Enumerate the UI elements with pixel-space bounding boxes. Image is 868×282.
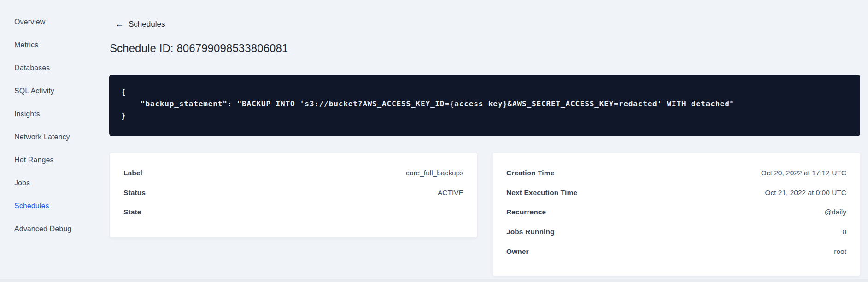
sidebar-nav: Overview Metrics Databases SQL Activity …: [14, 11, 93, 241]
schedule-timing-card: Creation Time Oct 20, 2022 at 17:12 UTC …: [492, 152, 861, 276]
code-line: "backup_statement": "BACKUP INTO 's3://b…: [121, 98, 848, 110]
detail-label: Status: [123, 189, 146, 197]
detail-value: core_full_backups: [406, 169, 463, 177]
sidebar-item-schedules[interactable]: Schedules: [14, 195, 93, 218]
sidebar-item-overview[interactable]: Overview: [14, 11, 93, 34]
detail-row-recurrence: Recurrence @daily: [506, 202, 846, 222]
schedule-status-card: Label core_full_backups Status ACTIVE St…: [109, 152, 478, 238]
code-line: {: [121, 86, 848, 98]
detail-label: Label: [123, 169, 142, 177]
detail-value: @daily: [824, 208, 846, 216]
back-link-label: Schedules: [129, 20, 165, 29]
sidebar-item-advanced-debug[interactable]: Advanced Debug: [14, 218, 93, 241]
detail-value: 0: [842, 228, 846, 236]
sidebar-item-hot-ranges[interactable]: Hot Ranges: [14, 149, 93, 172]
window-bottom-edge: [0, 279, 868, 282]
schedule-details-page: Overview Metrics Databases SQL Activity …: [0, 0, 868, 282]
detail-label: Next Execution Time: [506, 189, 577, 197]
detail-value: root: [834, 247, 846, 256]
detail-row-label: Label core_full_backups: [123, 163, 463, 183]
detail-label: Recurrence: [506, 208, 546, 216]
detail-cards: Label core_full_backups Status ACTIVE St…: [109, 152, 861, 276]
back-arrow-icon: ←: [115, 20, 123, 28]
detail-value: ACTIVE: [438, 189, 463, 197]
code-line: }: [121, 110, 848, 122]
page-title: Schedule ID: 806799098533806081: [110, 42, 288, 55]
sidebar-item-metrics[interactable]: Metrics: [14, 34, 93, 57]
detail-label: Creation Time: [506, 169, 554, 177]
detail-value: Oct 20, 2022 at 17:12 UTC: [761, 169, 846, 177]
detail-row-next-execution-time: Next Execution Time Oct 21, 2022 at 0:00…: [506, 183, 846, 203]
sidebar-item-insights[interactable]: Insights: [14, 103, 93, 126]
back-to-schedules-link[interactable]: ← Schedules: [115, 20, 165, 29]
detail-row-state: State: [123, 202, 463, 222]
main-content: ← Schedules Schedule ID: 806799098533806…: [109, 0, 861, 282]
detail-row-jobs-running: Jobs Running 0: [506, 222, 846, 242]
schedule-definition-code-block: { "backup_statement": "BACKUP INTO 's3:/…: [109, 75, 860, 136]
detail-label: State: [123, 208, 141, 216]
detail-row-owner: Owner root: [506, 242, 846, 261]
sidebar-item-databases[interactable]: Databases: [14, 57, 93, 80]
sidebar-item-network-latency[interactable]: Network Latency: [14, 126, 93, 149]
sidebar-item-sql-activity[interactable]: SQL Activity: [14, 80, 93, 103]
detail-row-status: Status ACTIVE: [123, 183, 463, 203]
detail-label: Owner: [506, 247, 529, 256]
sidebar-item-jobs[interactable]: Jobs: [14, 172, 93, 195]
detail-label: Jobs Running: [506, 228, 555, 236]
detail-row-creation-time: Creation Time Oct 20, 2022 at 17:12 UTC: [506, 163, 846, 183]
detail-value: Oct 21, 2022 at 0:00 UTC: [765, 189, 846, 197]
